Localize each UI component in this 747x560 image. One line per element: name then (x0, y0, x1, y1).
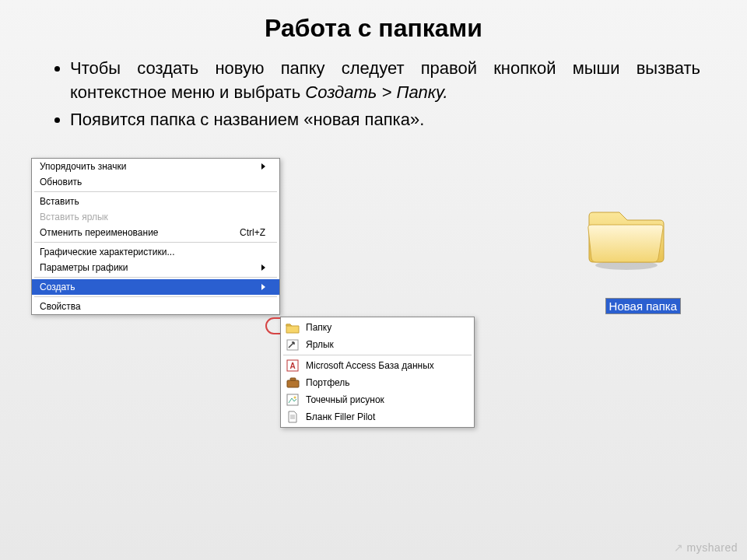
separator (34, 191, 277, 192)
sub-filler-label: Бланк Filler Pilot (306, 411, 375, 422)
ctx-undo-label: Отменить переименование (40, 227, 159, 238)
sub-access-label: Microsoft Access База данных (306, 360, 434, 371)
ctx-gfx-props[interactable]: Графические характеристики... (32, 244, 279, 260)
ctx-gfx-props-label: Графические характеристики... (40, 247, 174, 257)
separator (34, 242, 277, 243)
sub-access[interactable]: A Microsoft Access База данных (281, 357, 474, 374)
watermark: ↗ myshared (674, 541, 738, 554)
bullet-1: Чтобы создать новую папку следует правой… (70, 57, 700, 105)
sub-briefcase[interactable]: Портфель (281, 374, 474, 391)
sub-folder-label: Папку (306, 322, 331, 333)
ctx-arrange-icons[interactable]: Упорядочить значки (32, 159, 279, 174)
ctx-properties[interactable]: Свойства (32, 299, 279, 314)
ctx-paste-label: Вставить (40, 196, 79, 207)
briefcase-icon (286, 376, 300, 389)
svg-rect-3 (287, 380, 299, 387)
ctx-undo[interactable]: Отменить переименование Ctrl+Z (32, 225, 279, 240)
new-folder-label[interactable]: Новая папка (605, 298, 681, 314)
svg-rect-4 (290, 378, 296, 380)
separator (283, 355, 472, 355)
chevron-right-icon (261, 284, 265, 290)
svg-point-6 (294, 397, 296, 399)
ctx-refresh-label: Обновить (40, 177, 82, 187)
sub-bitmap-label: Точечный рисунок (306, 394, 384, 405)
bullet-1-path: Создать > Папку. (305, 82, 447, 102)
ctx-gfx-params[interactable]: Параметры графики (32, 260, 279, 275)
chevron-right-icon (261, 163, 265, 170)
svg-text:A: A (289, 362, 295, 370)
access-icon: A (286, 359, 300, 372)
bullet-list: Чтобы создать новую папку следует правой… (0, 51, 747, 150)
ctx-create-label: Создать (40, 282, 75, 292)
illustration-stage: Упорядочить значки Обновить Вставить Вст… (0, 150, 747, 446)
ctx-properties-label: Свойства (40, 301, 81, 312)
ctx-refresh[interactable]: Обновить (32, 174, 279, 190)
bitmap-icon (286, 394, 300, 406)
ctx-undo-shortcut: Ctrl+Z (240, 227, 265, 238)
context-menu[interactable]: Упорядочить значки Обновить Вставить Вст… (31, 158, 280, 315)
create-submenu[interactable]: Папку Ярлык A Microsoft Access База данн… (280, 317, 475, 428)
sub-shortcut-label: Ярлык (306, 339, 334, 350)
sub-folder[interactable]: Папку (281, 319, 474, 336)
sub-filler[interactable]: Бланк Filler Pilot (281, 408, 474, 425)
sub-briefcase-label: Портфель (306, 377, 350, 388)
page-title: Работа с папками (0, 0, 747, 51)
new-folder-icon[interactable] (584, 197, 669, 274)
separator (34, 277, 277, 278)
bullet-2: Появится папка с названием «новая папка»… (70, 108, 700, 132)
sub-bitmap[interactable]: Точечный рисунок (281, 391, 474, 408)
ctx-paste-shortcut-label: Вставить ярлык (40, 212, 108, 222)
ctx-gfx-params-label: Параметры графики (40, 262, 128, 273)
document-icon (286, 411, 300, 423)
watermark-text: myshared (687, 541, 738, 554)
ctx-paste[interactable]: Вставить (32, 194, 279, 209)
separator (34, 296, 277, 297)
ctx-create[interactable]: Создать (32, 279, 279, 295)
sub-shortcut[interactable]: Ярлык (281, 336, 474, 353)
folder-icon (286, 321, 300, 334)
shortcut-icon (286, 338, 300, 351)
chevron-right-icon (261, 264, 265, 271)
ctx-paste-shortcut: Вставить ярлык (32, 209, 279, 225)
svg-rect-0 (287, 340, 298, 350)
ctx-arrange-label: Упорядочить значки (40, 161, 127, 172)
